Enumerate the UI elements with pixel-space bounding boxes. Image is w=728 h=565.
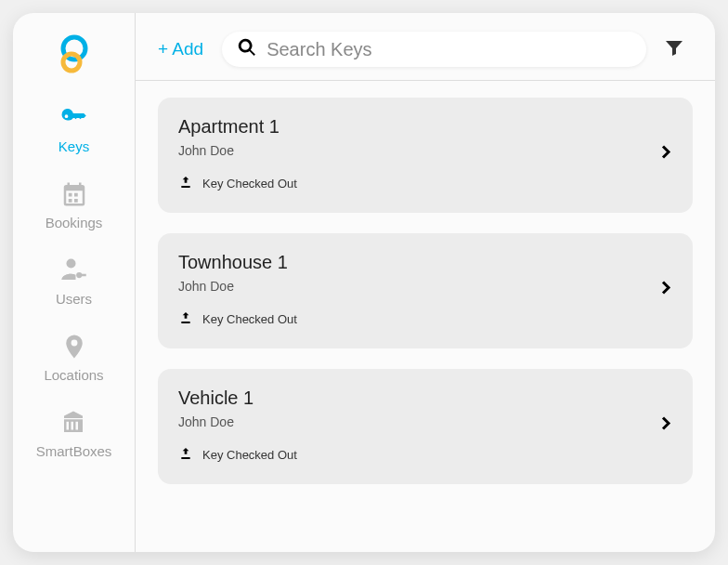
key-status-row: Key Checked Out [178,446,672,464]
add-button[interactable]: + Add [152,35,209,63]
smartbox-icon [59,409,87,440]
svg-point-3 [77,272,83,278]
svg-point-1 [63,54,80,71]
search-icon [237,37,257,61]
key-status-text: Key Checked Out [202,448,297,462]
open-key-button[interactable] [657,139,674,172]
open-key-button[interactable] [657,275,674,308]
sidebar-item-label: Users [56,291,92,307]
sidebar-item-users[interactable]: Users [56,256,92,307]
topbar: + Add [136,13,715,81]
open-key-button[interactable] [657,411,674,443]
calendar-icon [60,180,88,211]
sidebar-item-label: Locations [44,367,103,383]
search-input[interactable] [266,39,631,60]
key-status-row: Key Checked Out [178,175,672,192]
key-title: Townhouse 1 [178,252,672,273]
sidebar-item-smartboxes[interactable]: SmartBoxes [36,409,112,459]
sidebar-item-label: Bookings [46,215,103,230]
chevron-right-icon [657,279,674,307]
checked-out-icon [178,446,193,464]
svg-point-2 [67,259,76,269]
checked-out-icon [178,310,193,328]
chevron-right-icon [657,143,674,171]
sidebar: Keys Bookings Users [13,13,136,552]
key-card: Apartment 1 John Doe Key Checked Out [158,98,693,213]
key-owner: John Doe [178,143,672,158]
svg-rect-4 [82,274,86,277]
key-title: Apartment 1 [178,116,672,138]
main-panel: + Add Apartment 1 John Doe [136,13,715,552]
key-status-text: Key Checked Out [202,177,297,191]
user-key-icon [59,256,87,287]
sidebar-item-label: Keys [58,138,89,154]
key-status-text: Key Checked Out [202,312,297,326]
key-card: Townhouse 1 John Doe Key Checked Out [158,233,693,348]
chevron-right-icon [657,414,674,442]
key-card: Vehicle 1 John Doe Key Checked Out [158,369,693,484]
sidebar-item-locations[interactable]: Locations [44,333,103,383]
key-owner: John Doe [178,414,672,429]
sidebar-item-label: SmartBoxes [36,443,112,459]
key-status-row: Key Checked Out [178,310,672,328]
search-field-wrap[interactable] [222,32,646,67]
key-icon [59,104,87,135]
location-pin-icon [60,333,88,363]
filter-button[interactable] [659,33,689,66]
filter-icon [663,46,685,61]
checked-out-icon [178,175,193,192]
app-window: Keys Bookings Users [13,13,715,552]
key-owner: John Doe [178,279,672,294]
key-title: Vehicle 1 [178,388,672,409]
sidebar-item-keys[interactable]: Keys [58,104,89,154]
app-logo [56,33,93,78]
sidebar-item-bookings[interactable]: Bookings [46,180,103,230]
keys-list: Apartment 1 John Doe Key Checked Out Tow… [136,81,715,501]
